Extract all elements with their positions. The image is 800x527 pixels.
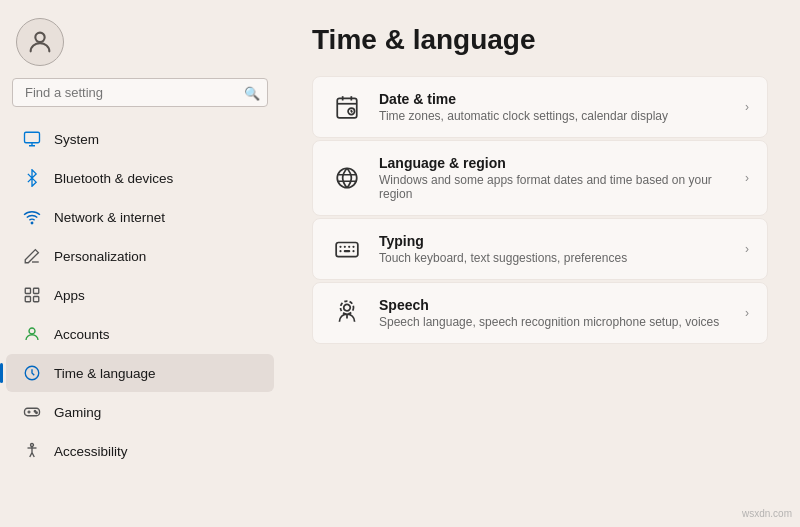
speech-desc: Speech language, speech recognition micr…: [379, 315, 729, 329]
search-icon: 🔍: [244, 85, 260, 100]
sidebar-item-accessibility[interactable]: Accessibility: [6, 432, 274, 470]
datetime-desc: Time zones, automatic clock settings, ca…: [379, 109, 729, 123]
speech-icon: [331, 297, 363, 329]
datetime-chevron: ›: [745, 100, 749, 114]
datetime-text: Date & time Time zones, automatic clock …: [379, 91, 729, 123]
datetime-title: Date & time: [379, 91, 729, 107]
speech-text: Speech Speech language, speech recogniti…: [379, 297, 729, 329]
svg-rect-19: [336, 243, 358, 257]
svg-point-10: [36, 412, 38, 414]
typing-text: Typing Touch keyboard, text suggestions,…: [379, 233, 729, 265]
svg-rect-1: [25, 132, 40, 143]
typing-icon: [331, 233, 363, 265]
svg-rect-6: [34, 297, 39, 302]
accounts-icon: [22, 324, 42, 344]
datetime-icon: [331, 91, 363, 123]
svg-rect-3: [25, 288, 30, 293]
nav-list: System Bluetooth & devices Network & in: [0, 115, 280, 527]
sidebar-item-time[interactable]: Time & language: [6, 354, 274, 392]
bluetooth-icon: [22, 168, 42, 188]
typing-chevron: ›: [745, 242, 749, 256]
sidebar-item-label-bluetooth: Bluetooth & devices: [54, 171, 173, 186]
personalization-icon: [22, 246, 42, 266]
language-title: Language & region: [379, 155, 729, 171]
sidebar: 🔍 System Bluetooth & devices: [0, 0, 280, 527]
setting-item-language[interactable]: Language & region Windows and some apps …: [312, 140, 768, 216]
watermark: wsxdn.com: [742, 508, 792, 519]
setting-item-datetime[interactable]: Date & time Time zones, automatic clock …: [312, 76, 768, 138]
sidebar-item-system[interactable]: System: [6, 120, 274, 158]
speech-title: Speech: [379, 297, 729, 313]
system-icon: [22, 129, 42, 149]
sidebar-item-label-gaming: Gaming: [54, 405, 101, 420]
sidebar-item-bluetooth[interactable]: Bluetooth & devices: [6, 159, 274, 197]
user-section: [0, 0, 280, 78]
search-input[interactable]: [12, 78, 268, 107]
sidebar-item-label-system: System: [54, 132, 99, 147]
svg-point-0: [35, 33, 44, 42]
setting-item-speech[interactable]: Speech Speech language, speech recogniti…: [312, 282, 768, 344]
accessibility-icon: [22, 441, 42, 461]
apps-icon: [22, 285, 42, 305]
svg-point-27: [344, 304, 351, 311]
svg-rect-5: [25, 297, 30, 302]
settings-list: Date & time Time zones, automatic clock …: [312, 76, 768, 344]
svg-point-7: [29, 328, 35, 334]
main-content: Time & language Date & time Time zones, …: [280, 0, 800, 527]
setting-item-typing[interactable]: Typing Touch keyboard, text suggestions,…: [312, 218, 768, 280]
sidebar-item-label-accounts: Accounts: [54, 327, 110, 342]
language-chevron: ›: [745, 171, 749, 185]
typing-title: Typing: [379, 233, 729, 249]
svg-point-2: [31, 222, 33, 224]
svg-point-12: [31, 444, 34, 447]
typing-desc: Touch keyboard, text suggestions, prefer…: [379, 251, 729, 265]
avatar[interactable]: [16, 18, 64, 66]
search-box: 🔍: [12, 78, 268, 107]
svg-point-28: [341, 301, 354, 314]
sidebar-item-accounts[interactable]: Accounts: [6, 315, 274, 353]
sidebar-item-network[interactable]: Network & internet: [6, 198, 274, 236]
language-icon: [331, 162, 363, 194]
page-title: Time & language: [312, 24, 768, 56]
language-text: Language & region Windows and some apps …: [379, 155, 729, 201]
speech-chevron: ›: [745, 306, 749, 320]
sidebar-item-label-apps: Apps: [54, 288, 85, 303]
sidebar-item-gaming[interactable]: Gaming: [6, 393, 274, 431]
sidebar-item-label-time: Time & language: [54, 366, 156, 381]
sidebar-item-label-accessibility: Accessibility: [54, 444, 128, 459]
gaming-icon: [22, 402, 42, 422]
sidebar-item-label-network: Network & internet: [54, 210, 165, 225]
language-desc: Windows and some apps format dates and t…: [379, 173, 729, 201]
svg-point-18: [337, 168, 357, 188]
sidebar-item-personalization[interactable]: Personalization: [6, 237, 274, 275]
sidebar-item-label-personalization: Personalization: [54, 249, 146, 264]
sidebar-item-apps[interactable]: Apps: [6, 276, 274, 314]
time-icon: [22, 363, 42, 383]
svg-rect-4: [34, 288, 39, 293]
network-icon: [22, 207, 42, 227]
